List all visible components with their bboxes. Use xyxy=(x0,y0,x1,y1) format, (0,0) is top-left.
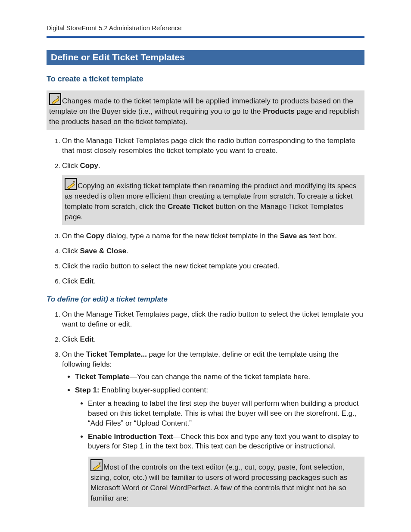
pencil-icon xyxy=(49,93,61,105)
step-6-a: Click xyxy=(62,277,80,285)
sub-enter-heading: Enter a heading to label the first step … xyxy=(88,399,364,429)
field-step1-desc: Enabling buyer-supplied content: xyxy=(100,386,208,394)
step-2-pre: Click xyxy=(62,162,80,170)
step-3-e: text box. xyxy=(307,232,337,240)
step-2: Click Copy. Copying an existing ticket t… xyxy=(62,161,364,225)
heading-create-ticket-template: To create a ticket template xyxy=(47,75,364,84)
step-6: Click Edit. xyxy=(62,277,364,286)
step-3-a: On the xyxy=(62,232,86,240)
step-5: Click the radio button to select the new… xyxy=(62,261,364,271)
step-1: On the Manage Ticket Templates page clic… xyxy=(62,136,364,156)
define-step-3-a: On the xyxy=(62,350,86,358)
note-box-3: Most of the controls on the text editor … xyxy=(88,457,364,507)
step-4-b: Save & Close xyxy=(80,247,127,255)
create-steps-list: On the Manage Ticket Templates page clic… xyxy=(47,136,364,286)
note-1-bold: Products xyxy=(263,107,295,115)
step-2-post: . xyxy=(98,162,100,170)
define-step-1: On the Manage Ticket Templates page, cli… xyxy=(62,310,364,330)
field-step1-label: Step 1: xyxy=(75,386,100,394)
heading-define-edit-ticket-template: To define (or edit) a ticket template xyxy=(47,295,364,304)
step-4: Click Save & Close. xyxy=(62,246,364,256)
field-step1: Step 1: Enabling buyer-supplied content:… xyxy=(75,386,364,507)
step-3: On the Copy dialog, type a name for the … xyxy=(62,231,364,241)
field-tt-desc: —You can change the name of the ticket t… xyxy=(130,373,310,381)
step-3-b: Copy xyxy=(86,232,105,240)
fields-list: Ticket Template—You can change the name … xyxy=(62,372,364,507)
step-5-text: Click the radio button to select the new… xyxy=(62,262,280,270)
sub-enable-intro: Enable Introduction Text—Check this box … xyxy=(88,432,364,507)
page: Digital StoreFront 5.2 Administration Re… xyxy=(0,0,411,532)
step-3-d: Save as xyxy=(280,232,307,240)
step-4-c: . xyxy=(126,247,128,255)
note-box-2: Copying an existing ticket template then… xyxy=(62,175,364,225)
define-step-2-c: . xyxy=(94,335,96,343)
header-rule xyxy=(47,36,364,38)
define-step-1-text: On the Manage Ticket Templates page, cli… xyxy=(62,310,363,328)
step-4-a: Click xyxy=(62,247,80,255)
step-3-c: dialog, type a name for the new ticket t… xyxy=(104,232,280,240)
step-6-b: Edit xyxy=(80,277,94,285)
note-2-bold: Create Ticket xyxy=(168,202,213,211)
sub-enable-intro-label: Enable Introduction Text xyxy=(88,432,173,441)
step-1-text: On the Manage Ticket Templates page clic… xyxy=(62,137,355,155)
define-steps-list: On the Manage Ticket Templates page, cli… xyxy=(47,310,364,507)
field-ticket-template: Ticket Template—You can change the name … xyxy=(75,372,364,382)
define-step-2-b: Edit xyxy=(80,335,94,343)
section-title-bar: Define or Edit Ticket Templates xyxy=(47,50,364,65)
define-step-2: Click Edit. xyxy=(62,335,364,345)
step1-sublist: Enter a heading to label the first step … xyxy=(75,399,364,507)
running-header: Digital StoreFront 5.2 Administration Re… xyxy=(47,24,364,31)
note-3-text: Most of the controls on the text editor … xyxy=(90,463,347,502)
note-box-1: Changes made to the ticket template will… xyxy=(47,90,364,130)
step-6-c: . xyxy=(94,277,96,285)
pencil-icon xyxy=(65,178,77,190)
define-step-3: On the Ticket Template... page for the t… xyxy=(62,350,364,507)
field-tt-label: Ticket Template xyxy=(75,373,130,381)
step-2-bold: Copy xyxy=(80,162,99,170)
sub-enter-heading-text: Enter a heading to label the first step … xyxy=(88,399,358,427)
define-step-2-a: Click xyxy=(62,335,80,343)
define-step-3-b: Ticket Template... xyxy=(86,350,147,358)
pencil-icon xyxy=(90,459,103,471)
